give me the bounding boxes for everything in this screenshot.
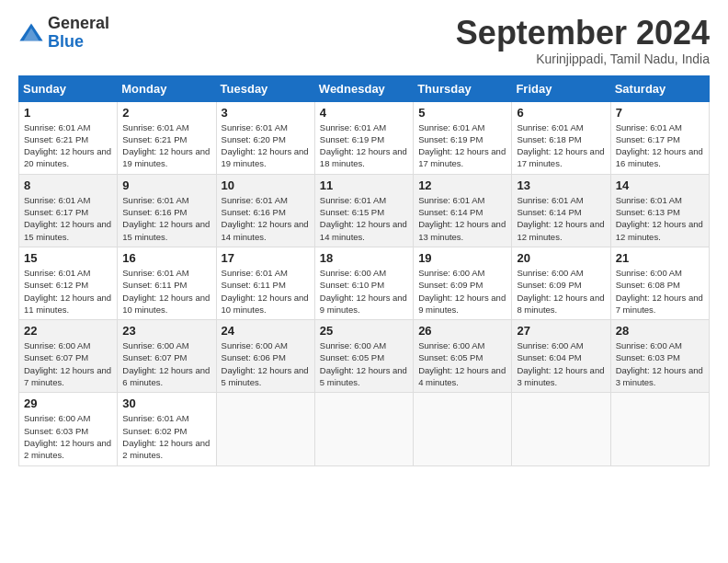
day-info: Sunrise: 6:00 AM Sunset: 6:08 PM Dayligh… bbox=[616, 267, 704, 316]
calendar-cell: 23 Sunrise: 6:00 AM Sunset: 6:07 PM Dayl… bbox=[118, 320, 216, 393]
sunset-label: Sunset: 6:21 PM bbox=[122, 134, 187, 144]
sunrise-label: Sunrise: 6:01 AM bbox=[24, 195, 90, 205]
daylight-label: Daylight: 12 hours and 3 minutes. bbox=[517, 365, 604, 387]
sunset-label: Sunset: 6:15 PM bbox=[320, 207, 384, 217]
day-number: 24 bbox=[222, 324, 310, 338]
day-info: Sunrise: 6:00 AM Sunset: 6:05 PM Dayligh… bbox=[418, 339, 506, 388]
sunrise-label: Sunrise: 6:01 AM bbox=[222, 122, 288, 132]
sunrise-label: Sunrise: 6:01 AM bbox=[517, 122, 583, 132]
daylight-label: Daylight: 12 hours and 15 minutes. bbox=[24, 219, 111, 241]
day-number: 11 bbox=[320, 178, 408, 192]
daylight-label: Daylight: 12 hours and 12 minutes. bbox=[517, 219, 604, 241]
col-thursday: Thursday bbox=[414, 75, 512, 101]
sunrise-label: Sunrise: 6:00 AM bbox=[122, 340, 188, 350]
day-info: Sunrise: 6:01 AM Sunset: 6:11 PM Dayligh… bbox=[222, 267, 310, 316]
sunset-label: Sunset: 6:13 PM bbox=[616, 207, 680, 217]
calendar-header-row: Sunday Monday Tuesday Wednesday Thursday… bbox=[19, 75, 710, 101]
sunrise-label: Sunrise: 6:00 AM bbox=[616, 340, 682, 350]
calendar-cell: 11 Sunrise: 6:01 AM Sunset: 6:15 PM Dayl… bbox=[314, 174, 413, 247]
daylight-label: Daylight: 12 hours and 19 minutes. bbox=[222, 146, 309, 168]
day-info: Sunrise: 6:01 AM Sunset: 6:02 PM Dayligh… bbox=[122, 412, 210, 461]
day-number: 6 bbox=[517, 106, 605, 120]
title-area: September 2024 Kurinjippadi, Tamil Nadu,… bbox=[456, 15, 710, 66]
logo-general: General bbox=[48, 15, 109, 33]
calendar-cell: 6 Sunrise: 6:01 AM Sunset: 6:18 PM Dayli… bbox=[512, 101, 610, 174]
sunrise-label: Sunrise: 6:01 AM bbox=[122, 195, 188, 205]
col-sunday: Sunday bbox=[19, 75, 118, 101]
day-number: 10 bbox=[222, 178, 310, 192]
day-number: 21 bbox=[616, 251, 704, 265]
calendar-cell: 8 Sunrise: 6:01 AM Sunset: 6:17 PM Dayli… bbox=[19, 174, 118, 247]
day-number: 25 bbox=[320, 324, 408, 338]
daylight-label: Daylight: 12 hours and 19 minutes. bbox=[122, 146, 210, 168]
daylight-label: Daylight: 12 hours and 11 minutes. bbox=[24, 293, 111, 315]
calendar-cell: 25 Sunrise: 6:00 AM Sunset: 6:05 PM Dayl… bbox=[314, 320, 413, 393]
day-info: Sunrise: 6:01 AM Sunset: 6:18 PM Dayligh… bbox=[517, 121, 605, 170]
daylight-label: Daylight: 12 hours and 3 minutes. bbox=[616, 365, 703, 387]
logo-icon bbox=[18, 20, 44, 46]
daylight-label: Daylight: 12 hours and 10 minutes. bbox=[222, 293, 309, 315]
day-info: Sunrise: 6:00 AM Sunset: 6:07 PM Dayligh… bbox=[122, 339, 210, 388]
calendar-cell: 13 Sunrise: 6:01 AM Sunset: 6:14 PM Dayl… bbox=[512, 174, 610, 247]
day-info: Sunrise: 6:00 AM Sunset: 6:09 PM Dayligh… bbox=[418, 267, 506, 316]
calendar-week-row: 15 Sunrise: 6:01 AM Sunset: 6:12 PM Dayl… bbox=[19, 247, 710, 319]
sunset-label: Sunset: 6:14 PM bbox=[418, 207, 483, 217]
month-title: September 2024 bbox=[456, 15, 710, 52]
sunset-label: Sunset: 6:02 PM bbox=[122, 426, 187, 436]
calendar-table: Sunday Monday Tuesday Wednesday Thursday… bbox=[18, 75, 710, 466]
day-info: Sunrise: 6:00 AM Sunset: 6:03 PM Dayligh… bbox=[616, 339, 704, 388]
calendar-cell bbox=[216, 393, 314, 465]
calendar-cell: 21 Sunrise: 6:00 AM Sunset: 6:08 PM Dayl… bbox=[610, 247, 709, 319]
daylight-label: Daylight: 12 hours and 2 minutes. bbox=[24, 438, 111, 460]
sunrise-label: Sunrise: 6:00 AM bbox=[222, 340, 288, 350]
daylight-label: Daylight: 12 hours and 9 minutes. bbox=[320, 293, 407, 315]
sunset-label: Sunset: 6:03 PM bbox=[24, 426, 88, 436]
day-info: Sunrise: 6:00 AM Sunset: 6:10 PM Dayligh… bbox=[320, 267, 408, 316]
sunset-label: Sunset: 6:12 PM bbox=[24, 280, 88, 290]
sunset-label: Sunset: 6:04 PM bbox=[517, 352, 581, 362]
day-info: Sunrise: 6:00 AM Sunset: 6:06 PM Dayligh… bbox=[222, 339, 310, 388]
calendar-week-row: 29 Sunrise: 6:00 AM Sunset: 6:03 PM Dayl… bbox=[19, 393, 710, 465]
sunrise-label: Sunrise: 6:01 AM bbox=[122, 122, 188, 132]
day-number: 8 bbox=[24, 178, 112, 192]
daylight-label: Daylight: 12 hours and 7 minutes. bbox=[24, 365, 111, 387]
day-number: 7 bbox=[616, 106, 704, 120]
day-number: 12 bbox=[418, 178, 506, 192]
sunrise-label: Sunrise: 6:00 AM bbox=[616, 268, 682, 278]
location: Kurinjippadi, Tamil Nadu, India bbox=[456, 52, 710, 66]
calendar-cell: 27 Sunrise: 6:00 AM Sunset: 6:04 PM Dayl… bbox=[512, 320, 610, 393]
page-header: General Blue September 2024 Kurinjippadi… bbox=[18, 15, 710, 66]
sunset-label: Sunset: 6:19 PM bbox=[320, 134, 384, 144]
calendar-cell: 30 Sunrise: 6:01 AM Sunset: 6:02 PM Dayl… bbox=[118, 393, 216, 465]
daylight-label: Daylight: 12 hours and 8 minutes. bbox=[517, 293, 604, 315]
daylight-label: Daylight: 12 hours and 9 minutes. bbox=[418, 293, 506, 315]
sunrise-label: Sunrise: 6:01 AM bbox=[222, 195, 288, 205]
day-info: Sunrise: 6:01 AM Sunset: 6:21 PM Dayligh… bbox=[122, 121, 210, 170]
logo-text: General Blue bbox=[48, 15, 109, 52]
calendar-cell: 4 Sunrise: 6:01 AM Sunset: 6:19 PM Dayli… bbox=[314, 101, 413, 174]
day-info: Sunrise: 6:01 AM Sunset: 6:12 PM Dayligh… bbox=[24, 267, 112, 316]
day-info: Sunrise: 6:00 AM Sunset: 6:03 PM Dayligh… bbox=[24, 412, 112, 461]
sunrise-label: Sunrise: 6:01 AM bbox=[517, 195, 583, 205]
daylight-label: Daylight: 12 hours and 5 minutes. bbox=[320, 365, 407, 387]
sunset-label: Sunset: 6:18 PM bbox=[517, 134, 581, 144]
sunrise-label: Sunrise: 6:00 AM bbox=[320, 268, 386, 278]
sunset-label: Sunset: 6:05 PM bbox=[320, 352, 384, 362]
day-number: 4 bbox=[320, 106, 408, 120]
calendar-cell: 20 Sunrise: 6:00 AM Sunset: 6:09 PM Dayl… bbox=[512, 247, 610, 319]
day-info: Sunrise: 6:01 AM Sunset: 6:15 PM Dayligh… bbox=[320, 194, 408, 243]
calendar-cell: 3 Sunrise: 6:01 AM Sunset: 6:20 PM Dayli… bbox=[216, 101, 314, 174]
sunrise-label: Sunrise: 6:00 AM bbox=[24, 413, 90, 423]
sunset-label: Sunset: 6:20 PM bbox=[222, 134, 286, 144]
calendar-cell: 19 Sunrise: 6:00 AM Sunset: 6:09 PM Dayl… bbox=[414, 247, 512, 319]
sunrise-label: Sunrise: 6:00 AM bbox=[517, 268, 583, 278]
calendar-week-row: 8 Sunrise: 6:01 AM Sunset: 6:17 PM Dayli… bbox=[19, 174, 710, 247]
col-monday: Monday bbox=[118, 75, 216, 101]
sunset-label: Sunset: 6:16 PM bbox=[222, 207, 286, 217]
col-wednesday: Wednesday bbox=[314, 75, 413, 101]
sunrise-label: Sunrise: 6:00 AM bbox=[418, 268, 484, 278]
sunrise-label: Sunrise: 6:01 AM bbox=[418, 195, 484, 205]
sunrise-label: Sunrise: 6:01 AM bbox=[418, 122, 484, 132]
logo: General Blue bbox=[18, 15, 109, 52]
sunrise-label: Sunrise: 6:01 AM bbox=[320, 122, 386, 132]
